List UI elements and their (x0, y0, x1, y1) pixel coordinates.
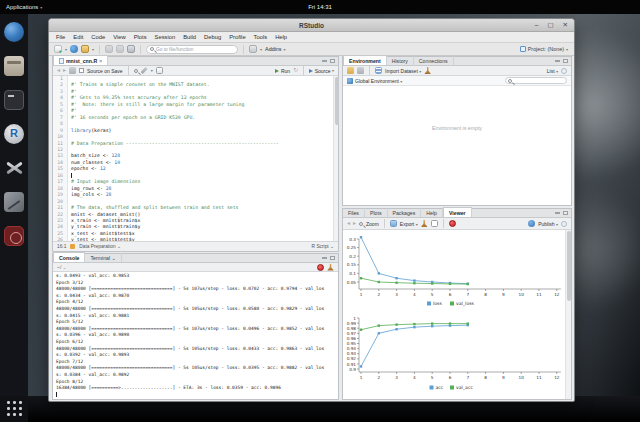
environment-search-input[interactable] (505, 77, 567, 84)
chevron-down-icon[interactable]: ▾ (65, 47, 67, 52)
console-line: s: 0.0493 - val_acc: 0.9853 (56, 273, 338, 280)
zoom-button[interactable]: Zoom (366, 221, 379, 227)
scrollbar-thumb[interactable] (335, 77, 339, 125)
maximize-pane-icon[interactable] (563, 59, 568, 63)
minimize-pane-icon[interactable] (322, 59, 327, 62)
menu-tools[interactable]: Tools (254, 34, 268, 40)
tab-console[interactable]: Console (53, 252, 85, 262)
code-editor[interactable]: 12#' Trains a simple convnet on the MNIS… (53, 76, 338, 241)
menu-edit[interactable]: Edit (73, 34, 83, 40)
back-icon[interactable]: ◂ (57, 67, 60, 74)
menu-build[interactable]: Build (183, 34, 196, 40)
save-workspace-icon[interactable] (357, 67, 364, 74)
menu-help[interactable]: Help (275, 34, 287, 40)
source-button[interactable]: Source ▾ (309, 68, 334, 74)
workspace-panes-icon[interactable] (249, 45, 257, 53)
tab-files[interactable]: Files (343, 208, 365, 217)
print-icon[interactable] (127, 45, 135, 53)
tab-plots[interactable]: Plots (365, 208, 388, 217)
menu-file[interactable]: File (56, 34, 65, 40)
tab-connections[interactable]: Connections (414, 56, 454, 65)
minimize-pane-icon[interactable] (555, 211, 560, 214)
clear-viewer-icon[interactable] (421, 220, 428, 227)
open-in-window-icon[interactable] (431, 220, 438, 227)
tab-viewer[interactable]: Viewer (443, 207, 472, 217)
tab-history[interactable]: History (387, 56, 414, 65)
tab-environment[interactable]: Environment (343, 55, 387, 65)
tab-packages[interactable]: Packages (388, 208, 422, 217)
doc-type-selector[interactable]: R Script ⌄ (312, 244, 334, 249)
new-file-icon[interactable] (54, 45, 62, 53)
tools-icon[interactable] (4, 158, 24, 178)
menu-session[interactable]: Session (155, 34, 176, 40)
scrollbar-thumb[interactable] (567, 231, 571, 301)
close-tab-icon[interactable]: × (99, 58, 102, 64)
list-view-selector[interactable]: List ▾ (547, 68, 558, 74)
project-selector[interactable]: Project: (None) ▾ (520, 46, 568, 52)
clear-console-icon[interactable] (327, 264, 334, 271)
clear-environment-icon[interactable] (424, 67, 431, 74)
clock[interactable]: Fri 14:31 (0, 4, 640, 10)
new-project-icon[interactable] (70, 45, 78, 53)
menu-debug[interactable]: Debug (204, 34, 221, 40)
save-all-icon[interactable] (116, 45, 124, 53)
package-icon[interactable] (4, 226, 24, 246)
open-file-icon[interactable] (81, 45, 89, 53)
menu-profile[interactable]: Profile (229, 34, 245, 40)
load-workspace-icon[interactable] (347, 67, 354, 74)
source-on-save-checkbox[interactable] (79, 68, 84, 73)
import-dataset-button[interactable]: Import Dataset ▾ (385, 68, 421, 74)
tab-help[interactable]: Help (421, 208, 443, 217)
file-manager-icon[interactable] (4, 56, 24, 76)
close-window-icon[interactable]: ✕ (563, 21, 568, 29)
find-replace-icon[interactable] (134, 69, 138, 73)
maximize-window-icon[interactable]: ▢ (547, 21, 553, 29)
utility-icon[interactable] (4, 192, 24, 212)
editor-scrollbar[interactable] (333, 76, 338, 241)
tab-terminal[interactable]: Terminal ⌄ (85, 253, 121, 262)
stop-app-icon[interactable] (449, 220, 456, 227)
forward-icon[interactable]: ▸ (63, 67, 66, 74)
maximize-pane-icon[interactable] (330, 59, 335, 63)
chevron-down-icon[interactable]: ▾ (260, 47, 262, 52)
tab-mnist-cnn[interactable]: mnist_cnn.R × (53, 55, 108, 65)
addins-button[interactable]: Addins ▾ (265, 46, 286, 52)
source-toolbar: ◂ ▸ Source on Save ▾ Run ↻ Source ▾ (53, 66, 338, 76)
menu-code[interactable]: Code (91, 34, 105, 40)
minimize-pane-icon[interactable] (555, 59, 560, 62)
save-icon[interactable] (69, 67, 76, 74)
menu-view[interactable]: View (113, 34, 125, 40)
browser-icon[interactable] (4, 22, 24, 42)
maximize-pane-icon[interactable] (563, 211, 568, 215)
window-titlebar[interactable]: RStudio – ▢ ✕ (49, 19, 574, 32)
publish-button[interactable]: Publish ▾ (538, 221, 558, 227)
environment-scope-selector[interactable]: Global Environment ▾ (355, 78, 402, 84)
working-directory[interactable]: ~/ ⌄ (57, 264, 66, 270)
save-icon[interactable] (105, 45, 113, 53)
grid-dot (7, 413, 10, 416)
rstudio-dock-icon[interactable]: R (4, 124, 24, 144)
refresh-icon[interactable] (561, 221, 567, 227)
forward-icon[interactable]: ▸ (353, 220, 356, 227)
export-button[interactable]: Export ▾ (400, 221, 418, 227)
run-button[interactable]: Run (275, 68, 290, 74)
goto-file-function-input[interactable]: Go to file/function (146, 45, 238, 54)
chevron-down-icon[interactable]: ▾ (92, 47, 94, 52)
maximize-pane-icon[interactable] (330, 256, 335, 260)
minimize-window-icon[interactable]: – (535, 21, 539, 29)
compile-report-icon[interactable] (156, 67, 163, 74)
viewer-scrollbar[interactable] (565, 230, 571, 399)
back-icon[interactable]: ◂ (347, 220, 350, 227)
refresh-icon[interactable] (561, 68, 567, 74)
minimize-pane-icon[interactable] (322, 256, 327, 259)
code-tools-icon[interactable] (141, 67, 148, 74)
terminal-icon[interactable] (4, 90, 24, 110)
section-navigator[interactable]: Data Preparation ⌄ (79, 244, 121, 249)
system-top-bar: Applications ▾ Fri 14:31 (0, 0, 640, 14)
chevron-down-icon[interactable]: ▾ (151, 68, 153, 73)
menu-plots[interactable]: Plots (134, 34, 147, 40)
console-output[interactable]: s: 0.0493 - val_acc: 0.9853Epoch 3/12480… (53, 272, 338, 399)
show-applications-icon[interactable] (4, 398, 24, 418)
stop-icon[interactable] (317, 264, 324, 271)
rerun-icon[interactable]: ↻ (293, 67, 298, 74)
